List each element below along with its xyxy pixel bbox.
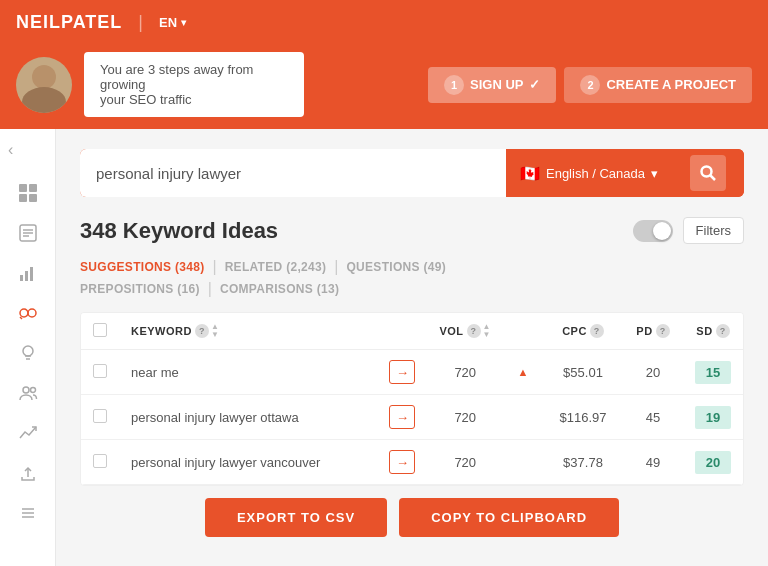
svg-rect-2 — [19, 194, 27, 202]
copy-clipboard-button[interactable]: COPY TO CLIPBOARD — [399, 498, 619, 537]
filters-area: Filters — [633, 217, 744, 244]
lang-label: English / Canada — [546, 166, 645, 181]
row-sd-1: 15 — [683, 350, 743, 395]
table-header-row: KEYWORD ? ▲▼ VOL ? ▲▼ — [81, 313, 743, 350]
pd-info-icon[interactable]: ? — [656, 324, 670, 338]
svg-point-23 — [702, 167, 712, 177]
tabs: SUGGESTIONS (348) | RELATED (2,243) | QU… — [80, 258, 744, 298]
sd-info-icon[interactable]: ? — [716, 324, 730, 338]
col-header-pd: PD ? — [623, 313, 683, 350]
step2-label: CREATE A PROJECT — [606, 77, 736, 92]
sidebar-collapse[interactable]: ‹ — [0, 137, 55, 163]
sidebar-item-users[interactable] — [10, 375, 46, 411]
filters-button[interactable]: Filters — [683, 217, 744, 244]
col-header-check — [81, 313, 119, 350]
tab-suggestions[interactable]: SUGGESTIONS (348) — [80, 258, 204, 276]
row-arrow-1: → — [377, 350, 427, 395]
language-selector[interactable]: 🇨🇦 English / Canada ▾ — [506, 149, 672, 197]
svg-rect-9 — [25, 271, 28, 281]
collapse-icon[interactable]: ‹ — [8, 141, 13, 159]
lang-selector[interactable]: EN ▾ — [159, 15, 186, 30]
tab-row-1: SUGGESTIONS (348) | RELATED (2,243) | QU… — [80, 258, 744, 276]
lang-label: EN — [159, 15, 177, 30]
sidebar-item-ideas[interactable] — [10, 335, 46, 371]
sidebar-item-upload[interactable] — [10, 455, 46, 491]
keyword-info-icon[interactable]: ? — [195, 324, 209, 338]
filters-toggle[interactable] — [633, 220, 673, 242]
row-arrow-btn-3[interactable]: → — [389, 450, 415, 474]
keyword-table: KEYWORD ? ▲▼ VOL ? ▲▼ — [81, 313, 743, 485]
row-checkbox-1[interactable] — [93, 364, 107, 378]
row-check-1 — [81, 350, 119, 395]
header-checkbox[interactable] — [93, 323, 107, 337]
svg-point-18 — [30, 388, 35, 393]
top-nav: NEILPATEL | EN ▾ — [0, 0, 768, 44]
row-keyword-3: personal injury lawyer vancouver — [119, 440, 377, 485]
row-keyword-2: personal injury lawyer ottawa — [119, 395, 377, 440]
row-sd-value-3: 20 — [695, 451, 731, 474]
sidebar-item-keywords[interactable] — [10, 295, 46, 331]
keyword-table-container: KEYWORD ? ▲▼ VOL ? ▲▼ — [80, 312, 744, 486]
vol-sort-icon[interactable]: ▲▼ — [483, 323, 491, 339]
sidebar-item-tasks[interactable] — [10, 215, 46, 251]
sidebar-item-list[interactable] — [10, 495, 46, 531]
col-header-arrow — [377, 313, 427, 350]
row-cpc-1: $55.01 — [543, 350, 623, 395]
row-check-3 — [81, 440, 119, 485]
svg-point-11 — [20, 309, 28, 317]
row-arrow-3: → — [377, 440, 427, 485]
main-layout: ‹ — [0, 129, 768, 566]
sidebar-item-trends[interactable] — [10, 415, 46, 451]
export-csv-button[interactable]: EXPORT TO CSV — [205, 498, 387, 537]
row-checkbox-2[interactable] — [93, 409, 107, 423]
row-keyword-1: near me — [119, 350, 377, 395]
tab-prepositions[interactable]: PREPOSITIONS (16) — [80, 280, 200, 298]
step2-number: 2 — [580, 75, 600, 95]
tab-row-2: PREPOSITIONS (16) | COMPARISONS (13) — [80, 280, 744, 298]
results-header: 348 Keyword Ideas Filters — [80, 217, 744, 244]
banner-line1: You are 3 steps away from growing — [100, 62, 288, 92]
avatar — [16, 57, 72, 113]
table-row: personal injury lawyer vancouver → 720 $… — [81, 440, 743, 485]
row-vol-3: 720 — [427, 440, 503, 485]
keyword-sort-icon[interactable]: ▲▼ — [211, 323, 219, 339]
lang-caret-icon: ▾ — [651, 166, 658, 181]
row-cpc-2: $116.97 — [543, 395, 623, 440]
content-area: 🇨🇦 English / Canada ▾ 348 Keyword Ideas — [56, 129, 768, 566]
sidebar-item-analytics[interactable] — [10, 255, 46, 291]
col-header-keyword: KEYWORD ? ▲▼ — [119, 313, 377, 350]
step1-number: 1 — [444, 75, 464, 95]
row-vol-arrow-3 — [503, 440, 543, 485]
svg-rect-3 — [29, 194, 37, 202]
step1-button[interactable]: 1 SIGN UP ✓ — [428, 67, 556, 103]
svg-rect-1 — [29, 184, 37, 192]
row-vol-2: 720 — [427, 395, 503, 440]
col-header-arrow2 — [503, 313, 543, 350]
row-arrow-btn-2[interactable]: → — [389, 405, 415, 429]
sidebar-item-dashboard[interactable] — [10, 175, 46, 211]
row-arrow-btn-1[interactable]: → — [389, 360, 415, 384]
svg-rect-0 — [19, 184, 27, 192]
nav-divider: | — [138, 12, 143, 33]
tab-comparisons[interactable]: COMPARISONS (13) — [220, 280, 339, 298]
row-sd-value-1: 15 — [695, 361, 731, 384]
step2-button[interactable]: 2 CREATE A PROJECT — [564, 67, 752, 103]
vol-info-icon[interactable]: ? — [467, 324, 481, 338]
row-checkbox-3[interactable] — [93, 454, 107, 468]
search-input[interactable] — [80, 149, 506, 197]
row-cpc-3: $37.78 — [543, 440, 623, 485]
sidebar: ‹ — [0, 129, 56, 566]
results-title: 348 Keyword Ideas — [80, 218, 278, 244]
cpc-info-icon[interactable]: ? — [590, 324, 604, 338]
row-vol-arrow-1: ▲ — [503, 350, 543, 395]
tab-related[interactable]: RELATED (2,243) — [225, 258, 327, 276]
svg-rect-10 — [30, 267, 33, 281]
search-button[interactable] — [672, 149, 744, 197]
row-sd-2: 19 — [683, 395, 743, 440]
avatar-body — [22, 87, 66, 113]
table-row: personal injury lawyer ottawa → 720 $116… — [81, 395, 743, 440]
tab-questions[interactable]: QUESTIONS (49) — [346, 258, 446, 276]
banner-steps: 1 SIGN UP ✓ 2 CREATE A PROJECT — [428, 67, 752, 103]
step1-check: ✓ — [529, 77, 540, 92]
bottom-actions: EXPORT TO CSV COPY TO CLIPBOARD — [80, 486, 744, 549]
